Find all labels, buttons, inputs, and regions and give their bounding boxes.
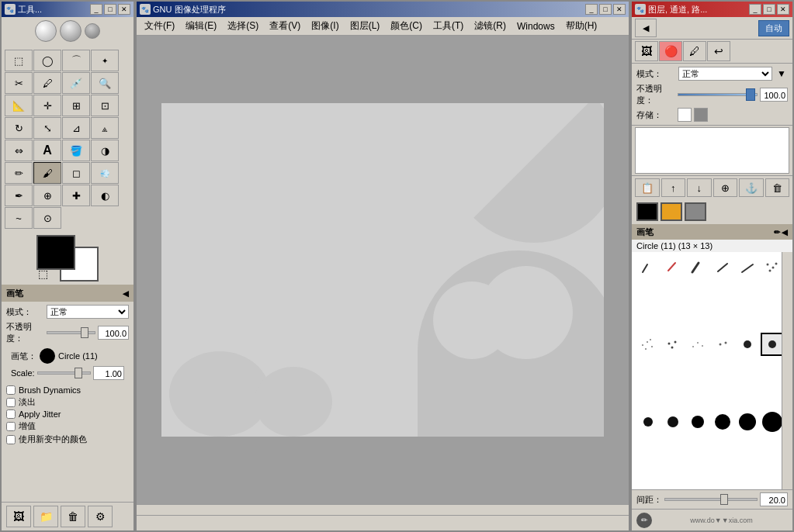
menu-filters[interactable]: 滤镜(R) [470, 18, 511, 34]
menu-tools[interactable]: 工具(T) [428, 18, 468, 34]
opacity-value[interactable]: 100.0 [98, 326, 129, 340]
delete-btn[interactable]: 🗑 [61, 506, 85, 527]
move-tool[interactable]: ✛ [33, 95, 61, 116]
use-foreground-checkbox[interactable] [6, 435, 16, 444]
color-balance-tool[interactable]: ⊙ [33, 207, 61, 229]
brush-cell[interactable] [636, 333, 660, 356]
toolbox-maximize-btn[interactable]: □ [104, 4, 116, 15]
eraser-tool[interactable]: ◻ [62, 162, 90, 184]
spacing-value[interactable]: 20.0 [760, 492, 788, 506]
scale-slider-track[interactable] [37, 371, 91, 375]
menu-layers[interactable]: 图层(L) [345, 18, 385, 34]
auto-btn[interactable]: 自动 [758, 20, 789, 36]
ink-tool[interactable]: ✒ [5, 185, 33, 206]
layers-close-btn[interactable]: ✕ [777, 4, 789, 15]
rotate-tool[interactable]: ↻ [5, 117, 33, 139]
dodge-burn-tool[interactable]: ◐ [91, 185, 119, 206]
brush-cell[interactable] [761, 410, 782, 434]
black-chip[interactable] [636, 202, 658, 221]
brush-cell[interactable] [636, 255, 660, 278]
brush-cell[interactable] [686, 410, 709, 434]
lock-alpha-checkbox[interactable] [694, 108, 708, 122]
gray-chip[interactable] [685, 202, 706, 221]
zoom-tool[interactable]: 🔍 [91, 72, 119, 94]
flip-tool[interactable]: ⇔ [5, 140, 33, 161]
scissors-tool[interactable]: ✂ [5, 72, 33, 94]
spacing-slider[interactable] [664, 498, 758, 501]
crop-tool[interactable]: ⊡ [91, 95, 119, 116]
brush-cell[interactable] [686, 333, 709, 356]
fuzzy-select-tool[interactable]: ✦ [91, 50, 119, 71]
main-minimize-btn[interactable]: _ [585, 4, 598, 15]
foreground-color-swatch[interactable] [36, 235, 75, 270]
brush-cell[interactable] [736, 333, 759, 356]
rect-select-tool[interactable]: ⬚ [5, 50, 33, 71]
menu-view[interactable]: 查看(V) [265, 18, 305, 34]
main-close-btn[interactable]: ✕ [613, 4, 626, 15]
layers-bottom-icon[interactable]: ✏ [636, 513, 652, 528]
brush-cell[interactable] [736, 255, 759, 278]
color-picker-tool[interactable]: 💉 [62, 72, 90, 94]
opacity-slider-thumb[interactable] [81, 327, 88, 338]
layers-tab[interactable]: 🖼 [635, 41, 658, 61]
opacity-slider-track[interactable] [47, 331, 95, 334]
menu-select[interactable]: 选择(S) [223, 18, 263, 34]
increase-checkbox[interactable] [6, 422, 16, 431]
layers-mode-select[interactable]: 正常 [678, 67, 772, 81]
brush-cell[interactable] [636, 410, 660, 434]
perspective-tool[interactable]: ⟁ [91, 117, 119, 139]
brush-cell[interactable] [736, 410, 759, 434]
menu-colors[interactable]: 颜色(C) [386, 18, 427, 34]
brush-cell[interactable] [661, 333, 685, 356]
canvas-area[interactable] [137, 36, 629, 504]
layers-minimize-btn[interactable]: _ [749, 4, 761, 15]
duplicate-layer-btn[interactable]: ⊕ [713, 178, 738, 197]
brush-cell[interactable] [711, 255, 734, 278]
brush-cell[interactable] [711, 333, 734, 356]
new-image-btn[interactable]: 🖼 [6, 506, 31, 527]
menu-file[interactable]: 文件(F) [140, 18, 179, 34]
brush-cell-selected[interactable] [761, 333, 782, 356]
lower-layer-btn[interactable]: ↓ [687, 178, 712, 197]
brush-panel-menu-btn[interactable]: ◀ [782, 228, 788, 237]
lock-pixels-checkbox[interactable] [678, 108, 692, 122]
brush-cell[interactable] [711, 410, 734, 434]
bucket-fill-tool[interactable]: 🪣 [62, 140, 90, 161]
pencil-tool[interactable]: ✏ [5, 162, 33, 184]
text-tool[interactable]: A [33, 140, 61, 161]
orange-chip[interactable] [661, 202, 682, 221]
delete-layer-btn[interactable]: 🗑 [765, 178, 790, 197]
layer-list[interactable] [635, 127, 789, 174]
channels-tab[interactable]: 🔴 [659, 41, 682, 61]
layers-prev-btn[interactable]: ◀ [635, 19, 657, 37]
toolbox-minimize-btn[interactable]: _ [90, 4, 102, 15]
anchor-layer-btn[interactable]: ⚓ [739, 178, 764, 197]
layers-menu-btn[interactable]: ▼ [775, 67, 788, 80]
undo-tab[interactable]: ↩ [707, 41, 730, 61]
layers-opacity-value[interactable]: 100.0 [760, 88, 788, 102]
reset-colors-btn[interactable]: ⬚ [38, 268, 48, 280]
scale-tool[interactable]: ⤡ [33, 117, 61, 139]
brush-preview[interactable] [40, 348, 55, 364]
menu-help[interactable]: 帮助(H) [561, 18, 602, 34]
fade-checkbox[interactable] [6, 398, 16, 407]
heal-tool[interactable]: ✚ [62, 185, 90, 206]
brush-grid-scrollbar[interactable] [782, 252, 792, 489]
brush-cell[interactable] [661, 255, 685, 278]
brush-cell[interactable] [686, 255, 709, 278]
paths-tab[interactable]: 🖊 [683, 41, 706, 61]
main-maximize-btn[interactable]: □ [599, 4, 612, 15]
brush-dynamics-checkbox[interactable] [6, 385, 16, 395]
brush-panel-edit-btn[interactable]: ✏ [774, 228, 780, 237]
smudge-tool[interactable]: ~ [5, 207, 33, 229]
layers-maximize-btn[interactable]: □ [763, 4, 775, 15]
shear-tool[interactable]: ⊿ [62, 117, 90, 139]
new-layer-from-visible-btn[interactable]: 📋 [635, 178, 660, 197]
blend-tool[interactable]: ◑ [91, 140, 119, 161]
scale-slider-thumb[interactable] [75, 368, 82, 378]
menu-image[interactable]: 图像(I) [307, 18, 343, 34]
free-select-tool[interactable]: ⌒ [62, 50, 90, 71]
layers-opacity-slider[interactable] [678, 93, 758, 96]
ellipse-select-tool[interactable]: ◯ [33, 50, 61, 71]
align-tool[interactable]: ⊞ [62, 95, 90, 116]
